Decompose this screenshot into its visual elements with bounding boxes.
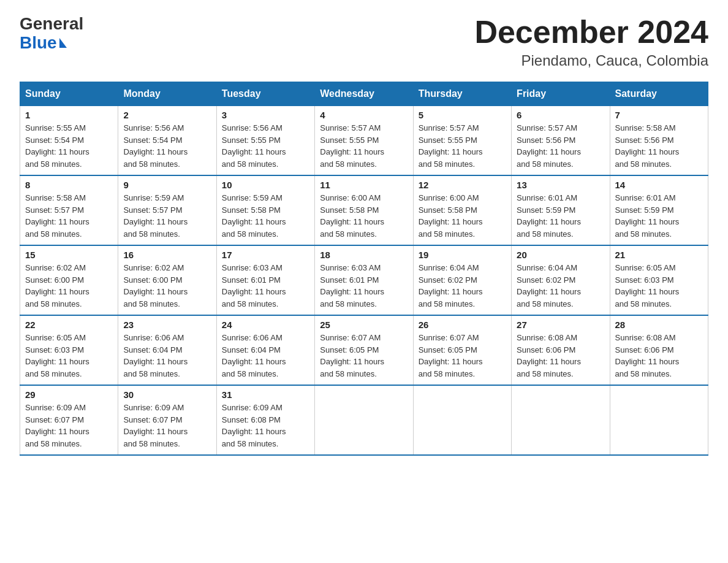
day-number: 8 (25, 180, 113, 190)
day-number: 14 (615, 180, 703, 190)
day-number: 2 (123, 110, 211, 120)
calendar-cell: 18 Sunrise: 6:03 AM Sunset: 6:01 PM Dayl… (315, 245, 413, 315)
calendar-cell: 29 Sunrise: 6:09 AM Sunset: 6:07 PM Dayl… (20, 385, 118, 455)
day-number: 21 (615, 250, 703, 260)
day-info: Sunrise: 5:56 AM Sunset: 5:55 PM Dayligh… (222, 122, 309, 170)
logo: General Blue (20, 15, 83, 53)
calendar-week-2: 8 Sunrise: 5:58 AM Sunset: 5:57 PM Dayli… (20, 175, 708, 245)
calendar-cell: 24 Sunrise: 6:06 AM Sunset: 6:04 PM Dayl… (216, 315, 314, 385)
header-cell-wednesday: Wednesday (315, 82, 413, 106)
day-number: 4 (320, 110, 408, 120)
header-cell-monday: Monday (118, 82, 216, 106)
day-info: Sunrise: 5:56 AM Sunset: 5:54 PM Dayligh… (123, 122, 211, 170)
day-number: 7 (615, 110, 703, 120)
calendar-cell: 1 Sunrise: 5:55 AM Sunset: 5:54 PM Dayli… (20, 106, 118, 176)
day-number: 1 (25, 110, 113, 120)
day-number: 22 (25, 320, 113, 330)
calendar-cell: 5 Sunrise: 5:57 AM Sunset: 5:55 PM Dayli… (413, 106, 511, 176)
page-header: General Blue December 2024 Piendamo, Cau… (20, 15, 708, 69)
day-number: 6 (517, 110, 604, 120)
calendar-week-5: 29 Sunrise: 6:09 AM Sunset: 6:07 PM Dayl… (20, 385, 708, 455)
day-info: Sunrise: 6:05 AM Sunset: 6:03 PM Dayligh… (25, 332, 113, 380)
calendar-cell: 2 Sunrise: 5:56 AM Sunset: 5:54 PM Dayli… (118, 106, 216, 176)
day-info: Sunrise: 5:57 AM Sunset: 5:56 PM Dayligh… (517, 122, 604, 170)
day-info: Sunrise: 5:59 AM Sunset: 5:57 PM Dayligh… (123, 192, 211, 240)
calendar-cell: 25 Sunrise: 6:07 AM Sunset: 6:05 PM Dayl… (315, 315, 413, 385)
logo-blue-text: Blue (20, 34, 83, 53)
calendar-cell: 4 Sunrise: 5:57 AM Sunset: 5:55 PM Dayli… (315, 106, 413, 176)
day-number: 13 (517, 180, 604, 190)
calendar-week-4: 22 Sunrise: 6:05 AM Sunset: 6:03 PM Dayl… (20, 315, 708, 385)
day-info: Sunrise: 6:03 AM Sunset: 6:01 PM Dayligh… (222, 262, 309, 310)
calendar-table: SundayMondayTuesdayWednesdayThursdayFrid… (20, 82, 708, 456)
day-info: Sunrise: 5:55 AM Sunset: 5:54 PM Dayligh… (25, 122, 113, 170)
day-info: Sunrise: 6:09 AM Sunset: 6:07 PM Dayligh… (25, 402, 113, 450)
day-info: Sunrise: 6:01 AM Sunset: 5:59 PM Dayligh… (517, 192, 604, 240)
location-subtitle: Piendamo, Cauca, Colombia (474, 52, 708, 69)
calendar-body: 1 Sunrise: 5:55 AM Sunset: 5:54 PM Dayli… (20, 106, 708, 456)
day-number: 20 (517, 250, 604, 260)
day-info: Sunrise: 6:09 AM Sunset: 6:08 PM Dayligh… (222, 402, 309, 450)
calendar-cell: 20 Sunrise: 6:04 AM Sunset: 6:02 PM Dayl… (512, 245, 610, 315)
calendar-cell: 30 Sunrise: 6:09 AM Sunset: 6:07 PM Dayl… (118, 385, 216, 455)
calendar-cell: 31 Sunrise: 6:09 AM Sunset: 6:08 PM Dayl… (216, 385, 314, 455)
day-number: 10 (222, 180, 309, 190)
day-number: 28 (615, 320, 703, 330)
day-info: Sunrise: 6:08 AM Sunset: 6:06 PM Dayligh… (615, 332, 703, 380)
day-number: 30 (123, 389, 211, 400)
calendar-cell: 23 Sunrise: 6:06 AM Sunset: 6:04 PM Dayl… (118, 315, 216, 385)
day-info: Sunrise: 6:04 AM Sunset: 6:02 PM Dayligh… (517, 262, 604, 310)
day-info: Sunrise: 6:02 AM Sunset: 6:00 PM Dayligh… (25, 262, 113, 310)
day-info: Sunrise: 5:57 AM Sunset: 5:55 PM Dayligh… (419, 122, 506, 170)
calendar-week-3: 15 Sunrise: 6:02 AM Sunset: 6:00 PM Dayl… (20, 245, 708, 315)
day-number: 5 (419, 110, 506, 120)
calendar-week-1: 1 Sunrise: 5:55 AM Sunset: 5:54 PM Dayli… (20, 106, 708, 176)
day-number: 24 (222, 320, 309, 330)
day-number: 16 (123, 250, 211, 260)
day-info: Sunrise: 6:06 AM Sunset: 6:04 PM Dayligh… (123, 332, 211, 380)
day-number: 12 (419, 180, 506, 190)
calendar-cell (413, 385, 511, 455)
calendar-cell: 21 Sunrise: 6:05 AM Sunset: 6:03 PM Dayl… (610, 245, 708, 315)
day-info: Sunrise: 6:07 AM Sunset: 6:05 PM Dayligh… (320, 332, 408, 380)
day-info: Sunrise: 6:04 AM Sunset: 6:02 PM Dayligh… (419, 262, 506, 310)
day-number: 27 (517, 320, 604, 330)
calendar-cell: 13 Sunrise: 6:01 AM Sunset: 5:59 PM Dayl… (512, 175, 610, 245)
calendar-cell: 9 Sunrise: 5:59 AM Sunset: 5:57 PM Dayli… (118, 175, 216, 245)
day-number: 15 (25, 250, 113, 260)
day-info: Sunrise: 5:58 AM Sunset: 5:57 PM Dayligh… (25, 192, 113, 240)
day-info: Sunrise: 6:06 AM Sunset: 6:04 PM Dayligh… (222, 332, 309, 380)
calendar-cell: 14 Sunrise: 6:01 AM Sunset: 5:59 PM Dayl… (610, 175, 708, 245)
calendar-cell: 27 Sunrise: 6:08 AM Sunset: 6:06 PM Dayl… (512, 315, 610, 385)
header-row: SundayMondayTuesdayWednesdayThursdayFrid… (20, 82, 708, 106)
day-number: 31 (222, 389, 309, 400)
calendar-cell: 15 Sunrise: 6:02 AM Sunset: 6:00 PM Dayl… (20, 245, 118, 315)
calendar-cell (512, 385, 610, 455)
title-area: December 2024 Piendamo, Cauca, Colombia (474, 15, 708, 69)
header-cell-sunday: Sunday (20, 82, 118, 106)
day-info: Sunrise: 6:01 AM Sunset: 5:59 PM Dayligh… (615, 192, 703, 240)
calendar-cell: 11 Sunrise: 6:00 AM Sunset: 5:58 PM Dayl… (315, 175, 413, 245)
day-info: Sunrise: 6:03 AM Sunset: 6:01 PM Dayligh… (320, 262, 408, 310)
day-number: 29 (25, 389, 113, 400)
header-cell-thursday: Thursday (413, 82, 511, 106)
day-info: Sunrise: 6:09 AM Sunset: 6:07 PM Dayligh… (123, 402, 211, 450)
day-info: Sunrise: 6:05 AM Sunset: 6:03 PM Dayligh… (615, 262, 703, 310)
day-info: Sunrise: 6:08 AM Sunset: 6:06 PM Dayligh… (517, 332, 604, 380)
day-number: 18 (320, 250, 408, 260)
day-number: 9 (123, 180, 211, 190)
header-cell-saturday: Saturday (610, 82, 708, 106)
calendar-cell: 19 Sunrise: 6:04 AM Sunset: 6:02 PM Dayl… (413, 245, 511, 315)
logo-general-text: General (20, 15, 83, 34)
calendar-cell (610, 385, 708, 455)
day-number: 11 (320, 180, 408, 190)
day-number: 19 (419, 250, 506, 260)
day-number: 26 (419, 320, 506, 330)
calendar-header: SundayMondayTuesdayWednesdayThursdayFrid… (20, 82, 708, 106)
logo-triangle-icon (59, 38, 67, 48)
calendar-cell: 7 Sunrise: 5:58 AM Sunset: 5:56 PM Dayli… (610, 106, 708, 176)
day-info: Sunrise: 6:00 AM Sunset: 5:58 PM Dayligh… (320, 192, 408, 240)
calendar-cell: 17 Sunrise: 6:03 AM Sunset: 6:01 PM Dayl… (216, 245, 314, 315)
calendar-cell: 22 Sunrise: 6:05 AM Sunset: 6:03 PM Dayl… (20, 315, 118, 385)
day-number: 23 (123, 320, 211, 330)
